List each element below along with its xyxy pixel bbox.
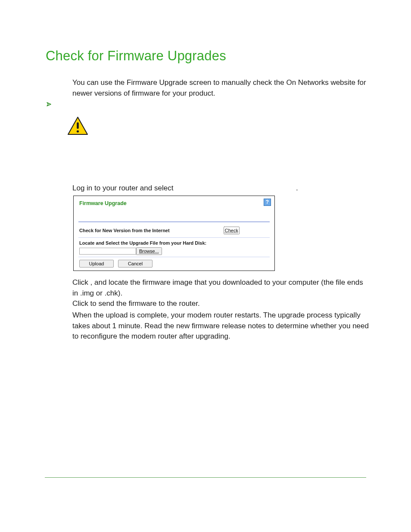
page-title: Check for Firmware Upgrades: [46, 48, 226, 64]
svg-point-1: [77, 130, 79, 132]
divider: [78, 221, 270, 223]
check-button[interactable]: Check: [224, 227, 240, 234]
procedure-arrow-icon: [47, 101, 53, 109]
upgrade-file-input[interactable]: [79, 248, 136, 255]
warning-icon: [67, 116, 89, 138]
intro-text: You can use the Firmware Upgrade screen …: [72, 78, 370, 99]
browse-button[interactable]: Browse...: [136, 247, 162, 255]
divider: [78, 257, 270, 257]
step-1-pre: Log in to your router and select: [72, 184, 175, 192]
divider: [78, 237, 270, 238]
step-1-text: Log in to your router and select .: [72, 184, 370, 193]
footnote-text: When the upload is complete, your modem …: [72, 310, 370, 342]
check-label: Check for New Version from the Internet: [79, 228, 170, 233]
panel-header: Firmware Upgrade ?: [74, 196, 274, 213]
panel-title: Firmware Upgrade: [79, 200, 127, 206]
check-row: Check for New Version from the Internet …: [78, 227, 270, 234]
svg-rect-0: [77, 122, 79, 129]
footer-rule: [45, 477, 366, 478]
help-icon[interactable]: ?: [264, 199, 271, 206]
cancel-button[interactable]: Cancel: [118, 260, 153, 268]
locate-label: Locate and Select the Upgrade File from …: [79, 240, 206, 246]
actions-row: Upload Cancel: [79, 260, 153, 268]
upload-button[interactable]: Upload: [79, 260, 114, 268]
firmware-upgrade-panel: Firmware Upgrade ? Check for New Version…: [73, 196, 275, 271]
file-row: Browse...: [79, 247, 162, 255]
step-3-text: Click to send the firmware to the router…: [72, 299, 370, 309]
step-2-text: Click , and locate the firmware image th…: [72, 277, 370, 299]
